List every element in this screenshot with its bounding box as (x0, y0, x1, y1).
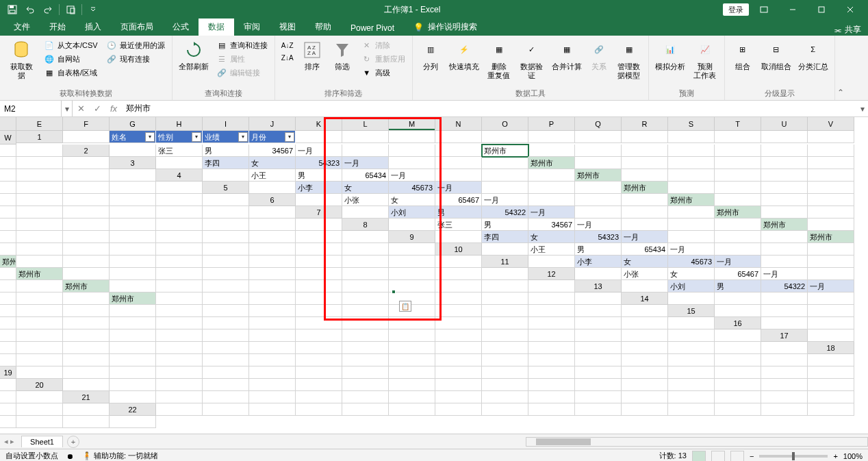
cell[interactable] (156, 366, 203, 379)
tab-page-layout[interactable]: 页面布局 (111, 18, 163, 36)
row-header[interactable]: 18 (808, 342, 854, 354)
cell[interactable] (389, 157, 435, 169)
cell[interactable] (435, 342, 482, 354)
column-header[interactable]: U (761, 117, 808, 131)
column-header[interactable]: O (482, 117, 528, 131)
cell[interactable]: 54322 (761, 280, 808, 292)
cell[interactable] (668, 329, 715, 342)
cell[interactable] (0, 243, 16, 256)
filter-dropdown-icon[interactable]: ▾ (192, 132, 201, 142)
cell[interactable] (0, 231, 16, 243)
cell[interactable]: 34567 (249, 145, 296, 157)
cell[interactable] (761, 243, 808, 256)
cell[interactable] (761, 206, 808, 219)
cell[interactable] (389, 256, 435, 268)
cell[interactable] (296, 379, 342, 391)
cell[interactable] (16, 305, 63, 317)
cell[interactable] (575, 329, 622, 342)
cell[interactable] (156, 231, 203, 243)
cell[interactable]: 一月 (482, 194, 528, 206)
cell[interactable]: 郑州市 (761, 219, 808, 231)
from-web-button[interactable]: 🌐自网站 (41, 53, 101, 65)
cell[interactable] (63, 243, 110, 256)
cell[interactable]: 女 (668, 268, 715, 280)
cell[interactable] (16, 317, 63, 329)
redo-icon[interactable] (40, 2, 56, 17)
cell[interactable] (156, 268, 203, 280)
zoom-level[interactable]: 100% (843, 452, 863, 460)
name-box-dropdown-icon[interactable]: ▾ (62, 101, 73, 116)
enter-formula-icon[interactable]: ✓ (89, 103, 105, 114)
row-header[interactable]: 20 (16, 379, 63, 391)
column-header[interactable]: E (16, 117, 63, 131)
row-header[interactable]: 4 (156, 169, 203, 182)
cell[interactable] (110, 182, 156, 194)
cell[interactable] (110, 305, 156, 317)
cell[interactable] (808, 145, 854, 157)
cell[interactable] (389, 379, 435, 391)
cell[interactable] (296, 268, 342, 280)
cell[interactable] (808, 243, 854, 256)
cell[interactable] (203, 366, 249, 379)
cell[interactable]: 业绩▾ (203, 131, 249, 143)
cell[interactable] (482, 329, 528, 342)
cell[interactable] (482, 391, 528, 403)
row-header[interactable]: 19 (0, 366, 16, 379)
selection-handle[interactable] (392, 290, 396, 294)
select-all-corner[interactable] (0, 117, 16, 131)
cell[interactable]: 45673 (668, 256, 715, 268)
cell[interactable]: 一月 (575, 219, 622, 231)
cell[interactable] (715, 354, 761, 366)
cell[interactable] (63, 317, 110, 329)
cell[interactable] (808, 305, 854, 317)
cell[interactable] (668, 403, 715, 416)
cell[interactable] (715, 157, 761, 169)
cell[interactable] (342, 317, 389, 329)
ribbon-display-icon[interactable] (750, 1, 778, 18)
cell[interactable]: 54323 (575, 231, 622, 243)
cell[interactable] (482, 342, 528, 354)
remove-duplicates-button[interactable]: ▦删除 重复值 (484, 38, 514, 80)
ungroup-button[interactable]: ⊟取消组合 (759, 38, 793, 71)
cell[interactable] (296, 342, 342, 354)
cell[interactable]: 小张 (342, 194, 389, 206)
cell[interactable] (203, 317, 249, 329)
refresh-all-button[interactable]: 全部刷新 (177, 38, 211, 71)
cell[interactable] (389, 145, 435, 157)
cell[interactable] (110, 391, 156, 403)
cell[interactable] (0, 354, 16, 366)
cell[interactable] (16, 231, 63, 243)
cell[interactable] (110, 231, 156, 243)
cell[interactable]: 一月 (435, 182, 482, 194)
cell[interactable] (63, 219, 110, 231)
cell[interactable] (575, 268, 622, 280)
cell[interactable]: 小张 (622, 268, 668, 280)
cell[interactable] (389, 243, 435, 256)
cell[interactable] (622, 305, 668, 317)
row-header[interactable]: 17 (761, 329, 808, 342)
cell[interactable] (575, 305, 622, 317)
cell[interactable] (622, 280, 668, 292)
cell[interactable] (389, 219, 435, 231)
cell[interactable] (668, 219, 715, 231)
cell[interactable] (249, 305, 296, 317)
cell[interactable] (249, 231, 296, 243)
what-if-button[interactable]: 📊模拟分析 (653, 38, 687, 71)
column-header[interactable]: Q (575, 117, 622, 131)
cell[interactable] (63, 231, 110, 243)
cell[interactable] (0, 157, 16, 169)
cell[interactable]: 一月 (342, 157, 389, 169)
cell[interactable] (575, 194, 622, 206)
cell[interactable] (715, 403, 761, 416)
cell[interactable] (389, 268, 435, 280)
cell[interactable] (668, 366, 715, 379)
cell[interactable] (342, 391, 389, 403)
cell[interactable] (156, 256, 203, 268)
cell[interactable]: 郑州市 (528, 157, 575, 169)
close-icon[interactable] (837, 1, 864, 18)
cell[interactable] (808, 366, 854, 379)
cell[interactable] (0, 292, 16, 305)
cell[interactable] (249, 292, 296, 305)
cell[interactable]: 女 (249, 157, 296, 169)
cell[interactable] (528, 145, 575, 157)
